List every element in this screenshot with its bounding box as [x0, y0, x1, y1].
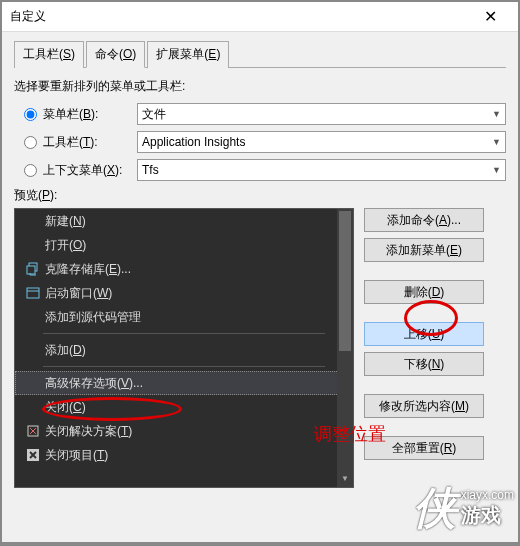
svg-rect-2: [27, 288, 39, 298]
scroll-down-icon[interactable]: ▼: [337, 471, 353, 487]
svg-rect-1: [27, 266, 35, 274]
menu-item-label: 克隆存储库(E)...: [45, 261, 347, 278]
menu-item[interactable]: 关闭项目(T): [15, 443, 353, 467]
menu-item-label: 添加到源代码管理: [45, 309, 347, 326]
radio-toolbar-label: 工具栏(T):: [43, 134, 137, 151]
menu-preview-list[interactable]: 新建(N)▶打开(O)▶克隆存储库(E)...启动窗口(W)添加到源代码管理添加…: [14, 208, 354, 488]
menu-item[interactable]: 关闭解决方案(T): [15, 419, 353, 443]
menu-item[interactable]: 打开(O)▶: [15, 233, 353, 257]
watermark-brand: 游戏: [461, 502, 514, 529]
tab-extensions[interactable]: 扩展菜单(E): [147, 41, 229, 68]
tab-commands[interactable]: 命令(O): [86, 41, 145, 68]
close-icon[interactable]: ✕: [470, 3, 510, 31]
tab-strip: 工具栏(S) 命令(O) 扩展菜单(E): [14, 40, 506, 68]
clone-icon: [21, 262, 45, 276]
move-down-button[interactable]: 下移(N): [364, 352, 484, 376]
menu-item[interactable]: 高级保存选项(V)...: [15, 371, 353, 395]
reset-button[interactable]: 全部重置(R): [364, 436, 484, 460]
tab-toolbar[interactable]: 工具栏(S): [14, 41, 84, 68]
dialog-title: 自定义: [10, 8, 470, 25]
chevron-down-icon: ▼: [492, 109, 501, 119]
add-command-button[interactable]: 添加命令(A)...: [364, 208, 484, 232]
close-file-icon: [21, 448, 45, 462]
menu-item[interactable]: 克隆存储库(E)...: [15, 257, 353, 281]
radio-toolbar[interactable]: [24, 136, 37, 149]
modify-button[interactable]: 修改所选内容(M): [364, 394, 484, 418]
menu-item-label: 打开(O): [45, 237, 340, 254]
menu-separator: [43, 333, 325, 334]
menu-item-label: 关闭项目(T): [45, 447, 347, 464]
radio-context[interactable]: [24, 164, 37, 177]
section-label: 选择要重新排列的菜单或工具栏:: [14, 78, 506, 95]
menu-item-label: 关闭(C): [45, 399, 347, 416]
menu-item[interactable]: 关闭(C): [15, 395, 353, 419]
radio-menubar[interactable]: [24, 108, 37, 121]
menu-item[interactable]: 添加(D)▶: [15, 338, 353, 362]
scroll-thumb[interactable]: [339, 211, 351, 351]
delete-button[interactable]: 删除(D): [364, 280, 484, 304]
menu-item-label: 关闭解决方案(T): [45, 423, 347, 440]
window-icon: [21, 286, 45, 300]
scrollbar[interactable]: ▲ ▼: [337, 209, 353, 487]
combo-toolbar[interactable]: Application Insights▼: [137, 131, 506, 153]
chevron-down-icon: ▼: [492, 165, 501, 175]
add-menu-button[interactable]: 添加新菜单(E): [364, 238, 484, 262]
close-sol-icon: [21, 424, 45, 438]
combo-context[interactable]: Tfs▼: [137, 159, 506, 181]
move-up-button[interactable]: 上移(U): [364, 322, 484, 346]
menu-item-label: 高级保存选项(V)...: [45, 375, 347, 392]
menu-separator: [43, 366, 325, 367]
menu-item[interactable]: 添加到源代码管理: [15, 305, 353, 329]
menu-item[interactable]: 新建(N)▶: [15, 209, 353, 233]
chevron-down-icon: ▼: [492, 137, 501, 147]
menu-item-label: 启动窗口(W): [45, 285, 347, 302]
menu-item-label: 添加(D): [45, 342, 340, 359]
menu-item[interactable]: 启动窗口(W): [15, 281, 353, 305]
preview-label: 预览(P):: [14, 187, 506, 204]
menu-item-label: 新建(N): [45, 213, 340, 230]
radio-context-label: 上下文菜单(X):: [43, 162, 137, 179]
radio-menubar-label: 菜单栏(B):: [43, 106, 137, 123]
combo-menubar[interactable]: 文件▼: [137, 103, 506, 125]
